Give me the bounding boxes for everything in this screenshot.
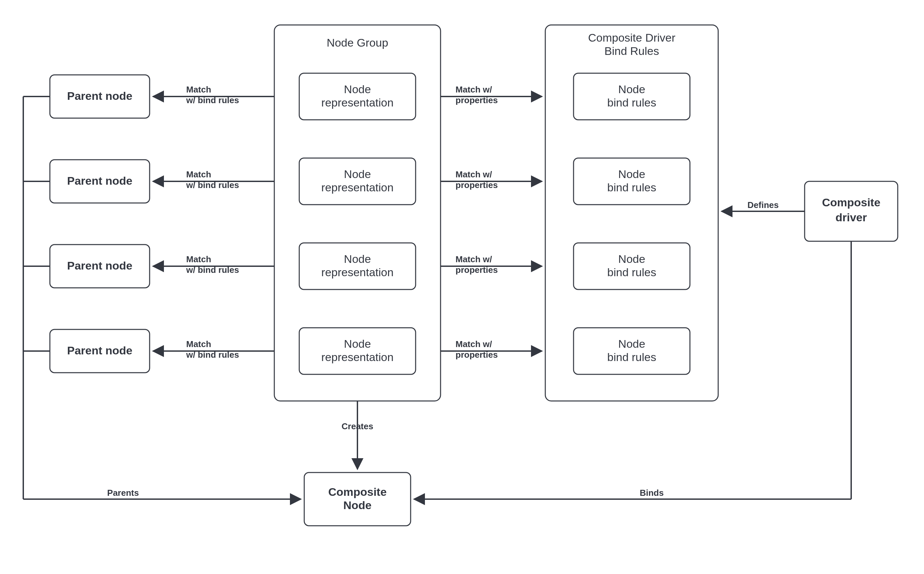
- svg-text:Match w/: Match w/: [456, 339, 492, 349]
- svg-text:bind rules: bind rules: [607, 96, 656, 109]
- node-rules-1: Node bind rules: [574, 158, 690, 205]
- node-rep-1: Node representation: [299, 158, 416, 205]
- parent-node-3: Parent node: [50, 330, 149, 373]
- svg-text:w/ bind rules: w/ bind rules: [186, 350, 239, 360]
- svg-text:Composite: Composite: [822, 196, 880, 209]
- edge-rep-parent-1: Match w/ bind rules: [153, 169, 274, 190]
- svg-text:properties: properties: [456, 95, 498, 105]
- svg-text:properties: properties: [456, 265, 498, 275]
- svg-text:Binds: Binds: [640, 488, 664, 498]
- svg-text:representation: representation: [321, 181, 393, 194]
- bind-rules-title-l2: Bind Rules: [605, 44, 659, 57]
- svg-text:Match: Match: [186, 169, 211, 179]
- svg-text:Match w/: Match w/: [456, 169, 492, 179]
- svg-text:Parent node: Parent node: [67, 174, 132, 187]
- composite-driver-node: Composite driver: [805, 181, 898, 241]
- parent-node-2: Parent node: [50, 244, 149, 288]
- svg-text:Node: Node: [344, 168, 371, 180]
- edge-parents: Parents: [23, 96, 301, 499]
- svg-text:Parent node: Parent node: [67, 259, 132, 272]
- svg-text:Node: Node: [618, 168, 645, 180]
- svg-text:Match: Match: [186, 254, 211, 264]
- svg-text:Composite: Composite: [328, 486, 387, 498]
- edge-rep-parent-3: Match w/ bind rules: [153, 339, 274, 360]
- svg-text:representation: representation: [321, 266, 393, 279]
- edge-rep-parent-2: Match w/ bind rules: [153, 254, 274, 275]
- node-rules-0: Node bind rules: [574, 73, 690, 120]
- parent-node-1: Parent node: [50, 160, 149, 203]
- svg-text:bind rules: bind rules: [607, 351, 656, 363]
- edge-rep-rules-3: Match w/ properties: [440, 339, 542, 360]
- svg-text:Parent  node: Parent node: [67, 344, 132, 357]
- svg-text:Match: Match: [186, 339, 211, 349]
- edge-creates: Creates: [341, 401, 373, 469]
- node-rules-2: Node bind rules: [574, 243, 690, 290]
- svg-text:Node: Node: [618, 252, 645, 265]
- node-rep-3: Node representation: [299, 328, 416, 374]
- svg-text:Defines: Defines: [748, 200, 779, 210]
- svg-text:w/ bind rules: w/ bind rules: [186, 265, 239, 275]
- svg-text:w/ bind rules: w/ bind rules: [186, 95, 239, 105]
- node-rep-0: Node representation: [299, 73, 416, 120]
- svg-text:bind rules: bind rules: [607, 181, 656, 194]
- svg-text:Node: Node: [618, 337, 645, 350]
- svg-text:Match: Match: [186, 85, 211, 95]
- svg-text:Node: Node: [344, 337, 371, 350]
- svg-text:Node: Node: [344, 83, 371, 96]
- edge-rep-rules-0: Match w/ properties: [440, 85, 542, 105]
- parent-node-0: Parent node: [50, 75, 149, 118]
- svg-text:Parents: Parents: [107, 488, 139, 498]
- svg-text:Creates: Creates: [341, 421, 373, 431]
- svg-text:Match w/: Match w/: [456, 254, 492, 264]
- svg-text:representation: representation: [321, 351, 393, 363]
- svg-text:Node: Node: [618, 83, 645, 96]
- svg-text:representation: representation: [321, 96, 393, 109]
- edge-rep-parent-0: Match w/ bind rules: [153, 85, 274, 105]
- edge-defines: Defines: [721, 200, 805, 211]
- svg-text:properties: properties: [456, 180, 498, 190]
- svg-text:Parent node: Parent node: [67, 90, 132, 102]
- svg-text:Match w/: Match w/: [456, 85, 492, 95]
- composite-node: Composite Node: [304, 473, 411, 526]
- svg-text:Node: Node: [344, 252, 371, 265]
- diagram-canvas: Node Group Composite Driver Bind Rules P…: [0, 0, 924, 574]
- svg-text:driver: driver: [836, 211, 867, 224]
- svg-text:Node: Node: [344, 499, 372, 511]
- svg-text:properties: properties: [456, 350, 498, 360]
- node-rep-2: Node representation: [299, 243, 416, 290]
- edge-rep-rules-1: Match w/ properties: [440, 169, 542, 190]
- edge-rep-rules-2: Match w/ properties: [440, 254, 542, 275]
- svg-text:bind rules: bind rules: [607, 266, 656, 279]
- node-group-title: Node Group: [327, 36, 388, 49]
- node-rules-3: Node bind rules: [574, 328, 690, 374]
- svg-text:w/ bind rules: w/ bind rules: [186, 180, 239, 190]
- bind-rules-title-l1: Composite Driver: [588, 31, 676, 44]
